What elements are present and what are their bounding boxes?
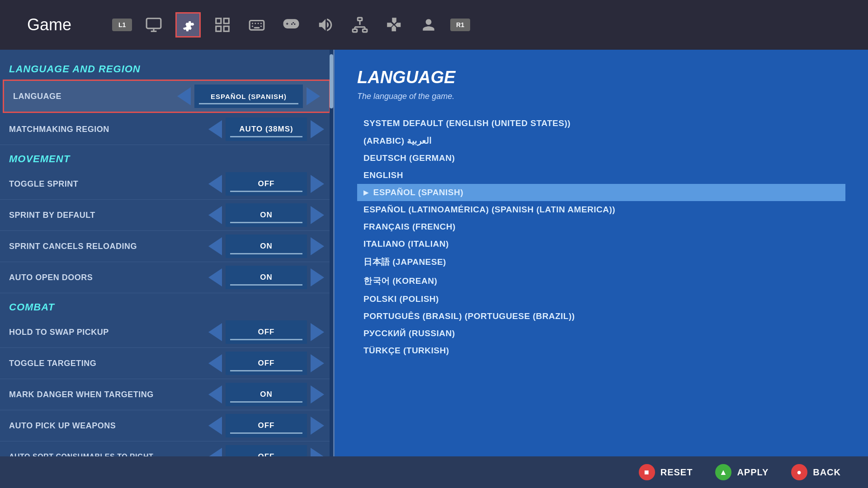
svg-rect-3	[216, 19, 221, 23]
controller-nav-icon[interactable]	[382, 12, 407, 38]
setting-row-mark-danger[interactable]: MARK DANGER WHEN TARGETING ON	[0, 379, 333, 410]
setting-row-toggle-targeting[interactable]: TOGGLE TARGETING OFF	[0, 348, 333, 379]
user-icon	[420, 16, 437, 33]
arrow-left-sprint-cancels[interactable]	[208, 237, 222, 255]
lang-item-japanese[interactable]: 日本語 (JAPANESE)	[357, 253, 845, 272]
setting-row-sprint-default[interactable]: SPRINT BY DEFAULT ON	[0, 200, 333, 231]
arrow-right-language[interactable]	[307, 87, 320, 105]
network-nav-icon[interactable]	[347, 12, 373, 38]
apply-button[interactable]: ▲ APPLY	[715, 464, 769, 480]
setting-row-matchmaking[interactable]: MATCHMAKING REGION AUTO (38MS)	[0, 114, 333, 145]
setting-label-matchmaking: MATCHMAKING REGION	[9, 125, 208, 134]
keyboard-nav-icon[interactable]	[244, 12, 269, 38]
arrow-left-toggle-targeting[interactable]	[208, 354, 222, 372]
value-box-auto-sort: OFF	[226, 445, 307, 456]
l1-label: L1	[118, 21, 126, 28]
lang-item-english[interactable]: ENGLISH	[357, 167, 845, 184]
value-bar-mark-danger	[230, 401, 302, 403]
lang-item-turkish[interactable]: TÜRKÇE (TURKISH)	[357, 342, 845, 359]
svg-rect-16	[353, 29, 357, 32]
menu-nav-icon[interactable]	[210, 12, 235, 38]
back-button[interactable]: ● BACK	[791, 464, 841, 480]
header: Game L1	[0, 0, 868, 50]
value-bar-auto-doors	[230, 284, 302, 286]
arrow-right-toggle-sprint[interactable]	[311, 175, 324, 193]
setting-row-auto-pickup[interactable]: AUTO PICK UP WEAPONS OFF	[0, 410, 333, 441]
scrollbar[interactable]	[330, 50, 333, 456]
setting-label-auto-sort: AUTO SORT CONSUMABLES TO RIGHT	[9, 453, 208, 456]
arrow-right-auto-doors[interactable]	[311, 268, 324, 286]
lang-item-portugues[interactable]: PORTUGUÊS (BRASIL) (PORTUGUESE (BRAZIL))	[357, 308, 845, 325]
audio-nav-icon[interactable]	[313, 12, 338, 38]
value-text-matchmaking: AUTO (38MS)	[239, 125, 293, 134]
value-text-toggle-targeting: OFF	[258, 359, 275, 368]
r1-nav-icon[interactable]: R1	[450, 19, 470, 31]
lang-item-espanol[interactable]: ESPAÑOL (SPANISH)	[357, 184, 845, 201]
arrow-right-toggle-targeting[interactable]	[311, 354, 324, 372]
arrow-left-sprint-default[interactable]	[208, 206, 222, 224]
setting-row-language[interactable]: LANGUAGE ESPAÑOL (SPANISH)	[3, 80, 330, 113]
lang-item-polski[interactable]: POLSKI (POLISH)	[357, 291, 845, 308]
l1-nav-icon[interactable]: L1	[112, 19, 132, 31]
section-language-region: LANGUAGE AND REGION LANGUAGE ESPAÑOL (SP…	[0, 59, 333, 145]
arrow-left-auto-sort[interactable]	[208, 448, 222, 456]
arrow-right-matchmaking[interactable]	[311, 120, 324, 138]
setting-row-auto-doors[interactable]: AUTO OPEN DOORS ON	[0, 262, 333, 293]
lang-item-espanol-latin[interactable]: ESPAÑOL (LATINOAMÉRICA) (SPANISH (LATIN …	[357, 201, 845, 218]
svg-rect-4	[224, 19, 229, 23]
value-text-sprint-cancels: ON	[260, 242, 273, 251]
section-header-movement: MOVEMENT	[0, 149, 333, 169]
arrow-right-auto-sort[interactable]	[311, 448, 324, 456]
arrow-right-sprint-default[interactable]	[311, 206, 324, 224]
setting-control-auto-pickup: OFF	[208, 414, 324, 437]
lang-item-russian[interactable]: РУССКИЙ (RUSSIAN)	[357, 325, 845, 342]
scroll-thumb	[330, 54, 333, 108]
language-panel-description: The language of the game.	[357, 92, 845, 101]
right-panel: LANGUAGE The language of the game. SYSTE…	[335, 50, 868, 456]
lang-item-korean[interactable]: 한국어 (KOREAN)	[357, 272, 845, 291]
setting-label-language: LANGUAGE	[13, 92, 177, 101]
reset-button[interactable]: ■ RESET	[639, 464, 693, 480]
monitor-nav-icon[interactable]	[141, 12, 166, 38]
nav-icons: L1	[112, 12, 470, 38]
setting-row-hold-swap[interactable]: HOLD TO SWAP PICKUP OFF	[0, 317, 333, 348]
arrow-left-toggle-sprint[interactable]	[208, 175, 222, 193]
setting-label-toggle-sprint: TOGGLE SPRINT	[9, 179, 208, 189]
gear-nav-icon[interactable]	[175, 12, 201, 38]
arrow-right-sprint-cancels[interactable]	[311, 237, 324, 255]
arrow-left-auto-pickup[interactable]	[208, 417, 222, 435]
lang-item-arabic[interactable]: (ARABIC) العربية	[357, 132, 845, 150]
setting-control-sprint-default: ON	[208, 203, 324, 227]
lang-item-italiano[interactable]: ITALIANO (ITALIAN)	[357, 235, 845, 253]
arrow-left-mark-danger[interactable]	[208, 385, 222, 404]
setting-row-toggle-sprint[interactable]: TOGGLE SPRINT OFF	[0, 169, 333, 200]
arrow-right-hold-swap[interactable]	[311, 323, 324, 341]
arrow-left-hold-swap[interactable]	[208, 323, 222, 341]
value-text-sprint-default: ON	[260, 211, 273, 220]
controller-icon	[386, 16, 403, 33]
lang-item-system-default[interactable]: SYSTEM DEFAULT (ENGLISH (UNITED STATES))	[357, 115, 845, 132]
setting-label-sprint-default: SPRINT BY DEFAULT	[9, 211, 208, 220]
setting-row-auto-sort[interactable]: AUTO SORT CONSUMABLES TO RIGHT OFF	[0, 441, 333, 456]
keyboard-icon	[248, 16, 265, 33]
section-header-combat: COMBAT	[0, 297, 333, 317]
setting-label-toggle-targeting: TOGGLE TARGETING	[9, 359, 208, 368]
arrow-right-auto-pickup[interactable]	[311, 417, 324, 435]
setting-control-hold-swap: OFF	[208, 320, 324, 344]
arrow-left-language[interactable]	[177, 87, 191, 105]
arrow-right-mark-danger[interactable]	[311, 385, 324, 404]
arrow-left-auto-doors[interactable]	[208, 268, 222, 286]
setting-row-sprint-cancels[interactable]: SPRINT CANCELS RELOADING ON	[0, 231, 333, 262]
gamepad-nav-icon[interactable]	[278, 12, 304, 38]
lang-item-francais[interactable]: FRANÇAIS (FRENCH)	[357, 218, 845, 235]
value-box-mark-danger: ON	[226, 383, 307, 406]
value-bar-language	[199, 103, 298, 104]
lang-item-deutsch[interactable]: DEUTSCH (GERMAN)	[357, 150, 845, 167]
arrow-left-matchmaking[interactable]	[208, 120, 222, 138]
language-list: SYSTEM DEFAULT (ENGLISH (UNITED STATES))…	[357, 115, 845, 359]
page-title: Game	[27, 15, 71, 34]
user-nav-icon[interactable]	[416, 12, 441, 38]
language-panel-title: LANGUAGE	[357, 68, 845, 87]
svg-rect-6	[224, 26, 229, 31]
reset-label: RESET	[660, 467, 693, 478]
